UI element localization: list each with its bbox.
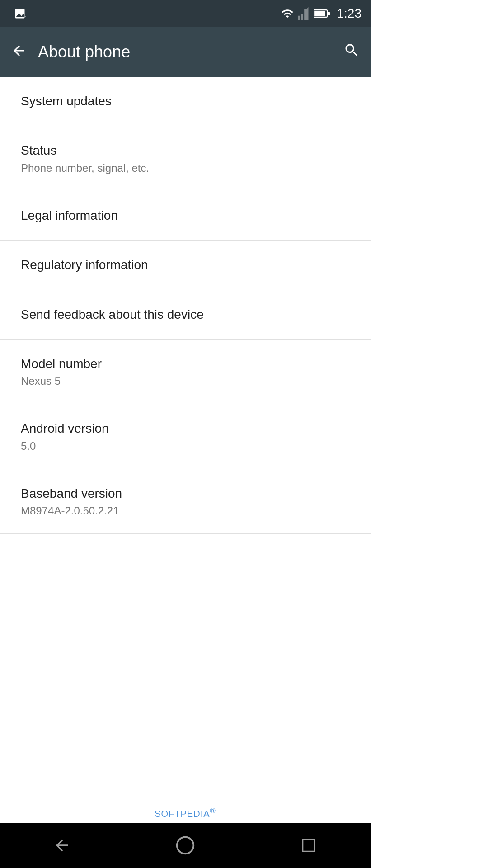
home-nav-button[interactable] xyxy=(167,827,203,863)
search-button[interactable] xyxy=(343,42,360,62)
baseband-version-subtitle: M8974A-2.0.50.2.21 xyxy=(21,505,350,517)
regulatory-information-title: Regulatory information xyxy=(21,257,350,273)
battery-icon xyxy=(314,9,330,19)
back-nav-button[interactable] xyxy=(44,827,80,863)
send-feedback-title: Send feedback about this device xyxy=(21,307,350,323)
status-time: 1:23 xyxy=(337,6,362,21)
svg-rect-2 xyxy=(314,11,325,16)
list-item-system-updates[interactable]: System updates xyxy=(0,77,371,126)
status-bar-left xyxy=(9,7,281,20)
settings-list: System updates Status Phone number, sign… xyxy=(0,77,371,534)
image-icon xyxy=(14,7,26,20)
model-number-subtitle: Nexus 5 xyxy=(21,375,350,387)
android-version-subtitle: 5.0 xyxy=(21,440,350,453)
status-bar: 1:23 xyxy=(0,0,371,27)
baseband-version-title: Baseband version xyxy=(21,486,350,502)
list-item-baseband-version[interactable]: Baseband version M8974A-2.0.50.2.21 xyxy=(0,469,371,534)
list-item-status[interactable]: Status Phone number, signal, etc. xyxy=(0,126,371,191)
status-bar-icons: 1:23 xyxy=(281,6,362,21)
status-title: Status xyxy=(21,142,350,159)
wifi-icon xyxy=(281,7,294,20)
recents-nav-button[interactable] xyxy=(291,827,327,863)
status-subtitle: Phone number, signal, etc. xyxy=(21,162,350,175)
app-bar: About phone xyxy=(0,27,371,77)
page-title: About phone xyxy=(38,42,343,61)
system-updates-title: System updates xyxy=(21,93,350,109)
navigation-bar xyxy=(0,823,371,868)
list-item-android-version[interactable]: Android version 5.0 xyxy=(0,404,371,469)
list-item-legal-information[interactable]: Legal information xyxy=(0,191,371,241)
signal-icon xyxy=(297,7,310,20)
svg-point-3 xyxy=(177,837,194,854)
model-number-title: Model number xyxy=(21,356,350,372)
list-item-send-feedback[interactable]: Send feedback about this device xyxy=(0,290,371,340)
svg-rect-4 xyxy=(303,840,315,852)
list-item-model-number[interactable]: Model number Nexus 5 xyxy=(0,340,371,404)
legal-information-title: Legal information xyxy=(21,208,350,224)
watermark: SOFTPEDIA® xyxy=(0,807,371,819)
list-item-regulatory-information[interactable]: Regulatory information xyxy=(0,241,371,290)
svg-rect-1 xyxy=(328,12,329,15)
back-button[interactable] xyxy=(11,42,27,61)
softpedia-text: SOFTPEDIA® xyxy=(155,809,216,819)
android-version-title: Android version xyxy=(21,420,350,437)
